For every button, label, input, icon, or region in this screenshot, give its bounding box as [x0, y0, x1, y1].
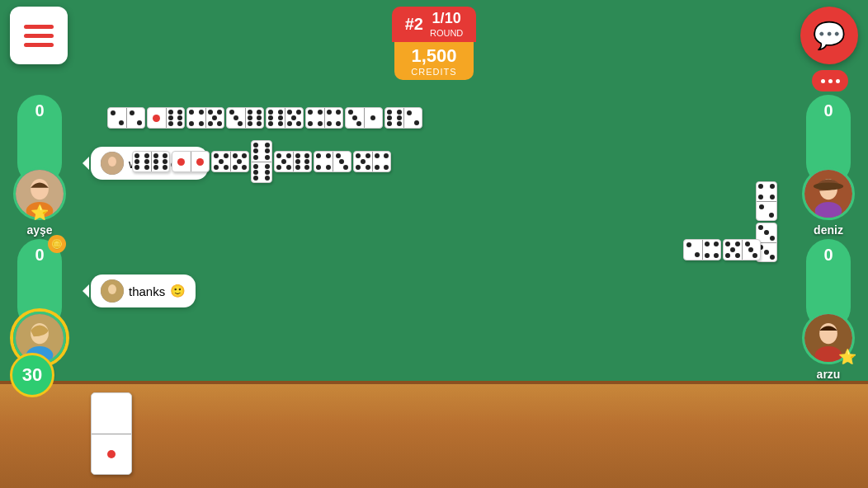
domino-tile	[683, 239, 721, 260]
domino-tile	[305, 107, 343, 129]
menu-button[interactable]	[10, 7, 68, 64]
top-bar: #2 1/10 ROUND 1,500 CREDITS 💬	[0, 0, 868, 82]
timer-score: 30	[10, 353, 54, 397]
thanks-emoji: 🙂	[170, 284, 186, 298]
score-deniz: 0	[823, 101, 833, 120]
chat-bubble-thanks: thanks 🙂	[91, 274, 196, 307]
domino-bottom-right	[683, 239, 761, 260]
player-arzu: 0 ⭐ arzu	[802, 239, 855, 381]
thanks-text: thanks	[129, 284, 165, 298]
chat-icon: 💬	[813, 20, 846, 51]
domino-tile	[723, 239, 761, 260]
domino-tile-vertical	[251, 140, 272, 183]
timer-value: 30	[22, 364, 42, 386]
score-ayse: 0	[35, 101, 44, 120]
round-number: #2	[405, 15, 423, 34]
svg-point-1	[31, 179, 49, 199]
coin-badge-hayal: 🪙	[48, 235, 66, 253]
player-hayal: 0 🪙 30	[13, 239, 66, 381]
credits-label: CREDITS	[411, 67, 456, 77]
domino-tile	[211, 151, 249, 172]
hand-tile[interactable]	[91, 392, 132, 475]
svg-point-6	[814, 182, 843, 190]
star-ayse: ⭐	[31, 204, 49, 222]
game-board: #2 1/10 ROUND 1,500 CREDITS 💬 0	[0, 0, 868, 488]
domino-tile	[147, 107, 185, 129]
domino-tile	[186, 107, 224, 129]
bubble-avatar-thanks	[101, 279, 124, 303]
credits-value: 1,500	[411, 45, 456, 67]
more-options-button[interactable]	[812, 70, 848, 92]
credits-box: 1,500 CREDITS	[394, 42, 473, 80]
domino-tile	[345, 107, 383, 129]
svg-point-16	[108, 284, 116, 294]
player-name-ayse: ayşe	[26, 223, 52, 237]
domino-tile	[107, 107, 145, 129]
player-name-deniz: deniz	[814, 223, 843, 237]
domino-tile	[266, 107, 304, 129]
domino-tile	[132, 151, 170, 172]
domino-row-top	[107, 107, 422, 129]
round-info: #2 1/10 ROUND 1,500 CREDITS	[392, 7, 477, 80]
round-top: #2 1/10 ROUND	[392, 7, 477, 42]
chat-button[interactable]: 💬	[800, 7, 858, 64]
player-deniz: 0 deniz	[802, 95, 855, 237]
round-fraction: 1/10 ROUND	[430, 10, 463, 39]
score-arzu: 0	[823, 246, 833, 265]
player-name-arzu: arzu	[817, 368, 841, 381]
domino-tile	[172, 151, 210, 172]
domino-tile-v	[756, 181, 777, 221]
score-hayal: 0	[35, 246, 44, 265]
avatar-deniz	[802, 167, 855, 220]
svg-point-14	[108, 157, 116, 167]
bubble-avatar-welcome	[101, 152, 124, 175]
domino-tile	[353, 151, 391, 172]
domino-tile	[226, 107, 264, 129]
star-arzu: ⭐	[838, 348, 856, 366]
domino-tile	[274, 151, 312, 172]
player-ayse: 0 ⭐ ayşe	[13, 95, 66, 237]
domino-tile	[314, 151, 351, 172]
domino-row-middle	[132, 140, 391, 183]
domino-tile	[384, 107, 422, 129]
wooden-tray	[0, 381, 868, 488]
